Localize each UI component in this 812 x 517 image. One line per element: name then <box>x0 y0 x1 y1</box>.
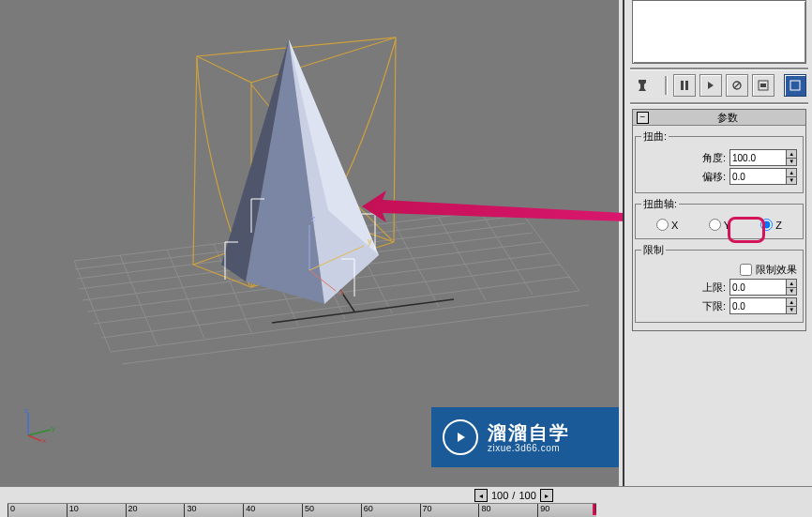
world-axis-gizmo: z y x <box>21 405 58 443</box>
ruler-tick: 30 <box>184 504 196 517</box>
angle-label: 角度: <box>702 151 726 165</box>
svg-rect-42 <box>685 81 688 90</box>
axis-x-label: X <box>671 220 678 231</box>
parameters-rollout: − 参数 扭曲: 角度: ▲▼ 偏移: <box>632 109 806 331</box>
modifier-toolbar <box>630 74 808 100</box>
ruler-tick: 40 <box>243 504 255 517</box>
axis-z-radio[interactable]: Z <box>760 219 782 231</box>
step-back-icon[interactable]: ◂ <box>474 489 488 502</box>
current-frame: 100 <box>491 490 508 501</box>
watermark-banner: 溜溜自学 zixue.3d66.com <box>431 407 619 467</box>
svg-text:z: z <box>311 214 316 223</box>
viewport-container: z y x z y x <box>0 0 619 486</box>
ruler-tick: 50 <box>302 504 314 517</box>
play-circle-icon <box>443 419 478 455</box>
angle-spinner[interactable]: ▲▼ <box>729 149 797 166</box>
frame-indicator[interactable]: ◂ 100 / 100 ▸ <box>474 489 553 502</box>
ruler-tick: 90 <box>537 504 549 517</box>
pin-stack-icon[interactable] <box>632 75 653 96</box>
time-ruler[interactable]: 0102030405060708090100 <box>8 503 596 517</box>
svg-line-45 <box>734 83 740 88</box>
time-slider-thumb[interactable] <box>593 503 596 515</box>
lower-label: 下限: <box>702 299 726 313</box>
twist-group: 扭曲: 角度: ▲▼ 偏移: ▲▼ <box>635 129 804 193</box>
ruler-tick: 10 <box>67 504 79 517</box>
frame-separator: / <box>512 490 515 501</box>
axis-x-radio[interactable]: X <box>656 219 678 231</box>
panel-settings-icon[interactable] <box>784 74 806 97</box>
spinner-up-icon[interactable]: ▲ <box>787 150 796 159</box>
ruler-tick: 70 <box>420 504 432 517</box>
axis-y-radio[interactable]: Y <box>709 219 730 231</box>
collapse-icon[interactable]: − <box>637 112 649 124</box>
lower-spinner[interactable]: ▲▼ <box>729 297 797 314</box>
svg-marker-43 <box>708 82 714 89</box>
bias-spinner[interactable]: ▲▼ <box>729 168 797 185</box>
spinner-up-icon[interactable]: ▲ <box>787 298 796 307</box>
command-panel: − 参数 扭曲: 角度: ▲▼ 偏移: <box>623 0 812 486</box>
spinner-down-icon[interactable]: ▼ <box>787 177 796 185</box>
angle-input[interactable] <box>730 150 786 165</box>
svg-line-20 <box>519 208 579 291</box>
spinner-up-icon[interactable]: ▲ <box>787 280 796 288</box>
svg-text:x: x <box>339 287 344 297</box>
ruler-tick: 20 <box>126 504 138 517</box>
svg-line-19 <box>481 212 533 295</box>
svg-rect-47 <box>760 84 766 87</box>
limit-effect-checkbox[interactable] <box>740 264 752 276</box>
bias-label: 偏移: <box>702 170 726 184</box>
twist-axis-group: 扭曲轴: X Y Z <box>635 197 804 239</box>
step-forward-icon[interactable]: ▸ <box>540 489 553 502</box>
svg-text:z: z <box>24 406 28 415</box>
svg-rect-48 <box>790 81 800 90</box>
svg-line-18 <box>439 218 486 300</box>
spinner-down-icon[interactable]: ▼ <box>787 159 796 166</box>
ruler-tick: 0 <box>8 504 15 517</box>
axis-z-label: Z <box>775 220 782 231</box>
svg-line-10 <box>74 261 111 352</box>
spinner-down-icon[interactable]: ▼ <box>787 307 796 314</box>
svg-rect-41 <box>681 81 684 90</box>
axis-legend: 扭曲轴: <box>641 197 679 211</box>
svg-line-35 <box>28 435 41 441</box>
ruler-tick: 80 <box>478 504 490 517</box>
limit-group: 限制 限制效果 上限: ▲▼ 下限: <box>635 243 804 323</box>
limit-effect-label: 限制效果 <box>756 263 797 277</box>
rollout-header[interactable]: − 参数 <box>633 110 805 126</box>
axis-y-label: Y <box>724 220 730 231</box>
svg-text:y: y <box>368 236 372 246</box>
upper-input[interactable] <box>730 280 786 295</box>
svg-marker-40 <box>458 433 465 442</box>
svg-text:x: x <box>42 436 46 443</box>
spinner-down-icon[interactable]: ▼ <box>787 288 796 296</box>
rollout-title: 参数 <box>653 111 802 125</box>
watermark-url: zixue.3d66.com <box>488 443 570 453</box>
upper-spinner[interactable]: ▲▼ <box>729 279 797 296</box>
configure-sets-icon[interactable] <box>752 74 774 97</box>
ruler-tick: 60 <box>361 504 373 517</box>
lower-input[interactable] <box>730 298 786 313</box>
remove-modifier-icon[interactable] <box>726 74 748 97</box>
limit-legend: 限制 <box>641 243 666 257</box>
svg-line-9 <box>122 305 589 364</box>
time-slider-bar: ◂ 100 / 100 ▸ 0102030405060708090100 <box>0 486 812 517</box>
total-frames: 100 <box>519 490 535 501</box>
svg-line-34 <box>28 430 51 435</box>
perspective-viewport[interactable]: z y x z y x <box>8 0 619 486</box>
twist-legend: 扭曲: <box>641 129 669 144</box>
stack-preview[interactable] <box>632 0 806 64</box>
svg-text:y: y <box>52 424 55 433</box>
watermark-title: 溜溜自学 <box>488 422 570 443</box>
bias-input[interactable] <box>730 169 786 184</box>
spinner-up-icon[interactable]: ▲ <box>787 169 796 177</box>
show-end-result-icon[interactable] <box>673 74 696 97</box>
make-unique-icon[interactable] <box>699 74 722 97</box>
upper-label: 上限: <box>702 281 726 295</box>
